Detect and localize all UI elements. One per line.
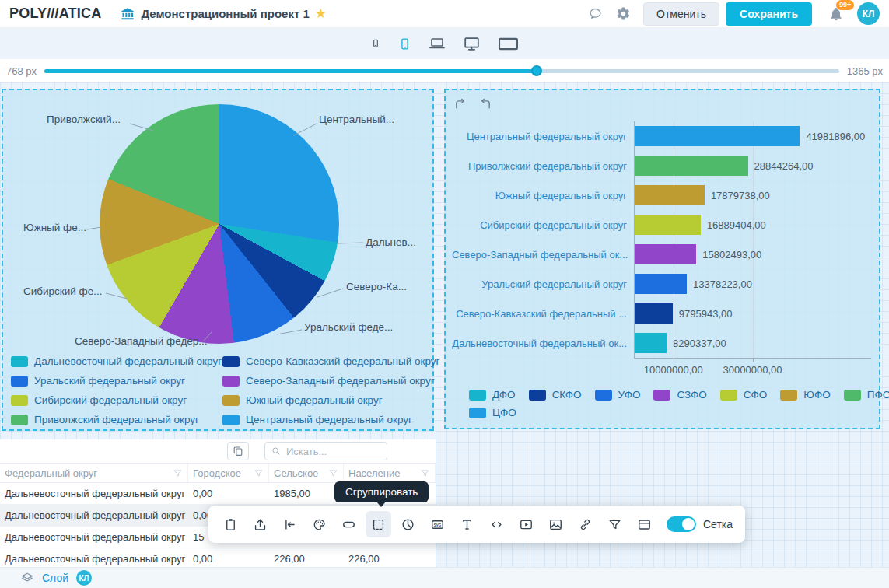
rotate-left-button[interactable] xyxy=(453,98,469,114)
legend-swatch xyxy=(595,390,612,401)
filter-tool-button[interactable] xyxy=(602,511,628,537)
bar[interactable] xyxy=(634,185,705,205)
upload-tool-button[interactable] xyxy=(247,511,273,537)
legend-swatch xyxy=(844,390,861,401)
search-input[interactable] xyxy=(286,446,381,457)
code-tool-button[interactable] xyxy=(484,511,509,537)
bar-value-label: 13378223,00 xyxy=(693,278,752,290)
bar-row: Дальневосточный федеральный ок...8290337… xyxy=(452,328,871,358)
dashboard-canvas[interactable]: Центральный...Дальнев...Северо-Ка...Урал… xyxy=(0,82,889,567)
layer-label[interactable]: Слой xyxy=(42,572,68,584)
legend-swatch xyxy=(11,415,28,425)
x-tick-label: 30000000,00 xyxy=(723,364,782,376)
gauge-tool-button[interactable] xyxy=(395,511,421,537)
legend-item[interactable]: Приволжский федеральный округ xyxy=(11,414,222,425)
legend-item[interactable]: Дальневосточный федеральный округ xyxy=(11,355,222,367)
settings-button[interactable] xyxy=(612,3,634,25)
bar[interactable] xyxy=(634,303,673,324)
pie-chart[interactable] xyxy=(100,104,339,344)
bar-value-label: 41981896,00 xyxy=(806,131,865,142)
legend-swatch xyxy=(529,390,546,401)
pie-slice-label: Дальнев... xyxy=(366,236,416,248)
layers-icon[interactable] xyxy=(20,571,34,585)
table-toolbar xyxy=(0,439,436,463)
search-icon xyxy=(271,446,282,457)
device-desktop-button[interactable] xyxy=(460,32,484,56)
search-box[interactable] xyxy=(264,442,387,460)
bar-plot: 17879738,00 xyxy=(634,185,871,205)
bar[interactable] xyxy=(634,156,748,176)
table-widget[interactable]: Федеральный округГородскоеСельскоеНаселе… xyxy=(0,439,436,567)
table-cell: 0,00 xyxy=(188,553,269,565)
text-tool-button[interactable] xyxy=(454,511,480,537)
group-tooltip-text: Сгруппировать xyxy=(345,486,418,498)
legend-item[interactable]: УФО xyxy=(595,389,641,401)
device-laptop-button[interactable] xyxy=(425,32,449,55)
column-header[interactable]: Городское xyxy=(188,464,269,482)
bar[interactable] xyxy=(634,215,701,235)
column-header[interactable]: Федеральный округ xyxy=(0,464,188,482)
rotate-right-button[interactable] xyxy=(477,98,492,114)
cancel-button[interactable]: Отменить xyxy=(643,2,719,26)
device-tv-button[interactable] xyxy=(495,30,522,58)
pie-chart-widget[interactable]: Центральный...Дальнев...Северо-Ка...Урал… xyxy=(2,89,434,431)
favorite-star-icon[interactable]: ★ xyxy=(315,7,327,20)
legend-item[interactable]: ПФО xyxy=(844,389,889,401)
legend-swatch xyxy=(222,356,240,367)
legend-swatch xyxy=(653,390,670,401)
column-header[interactable]: Сельское xyxy=(269,464,344,482)
column-filter-icon[interactable] xyxy=(328,468,338,478)
avatar[interactable]: КЛ xyxy=(857,2,880,25)
bar[interactable] xyxy=(634,333,667,353)
image-tool-button[interactable] xyxy=(543,511,569,537)
table-row[interactable]: Дальневосточный федеральный округ0,00226… xyxy=(0,548,436,567)
legend-item[interactable]: ЦФО xyxy=(469,407,516,418)
legend-item[interactable]: Центральный федеральный округ xyxy=(222,414,439,425)
column-filter-icon[interactable] xyxy=(254,468,264,478)
clipboard-tool-button[interactable] xyxy=(218,511,243,537)
legend-item[interactable]: Сибирский федеральный округ xyxy=(11,394,222,406)
video-tool-button[interactable] xyxy=(513,511,539,537)
palette-tool-button[interactable] xyxy=(306,511,332,537)
legend-item[interactable]: ЮФО xyxy=(780,389,830,401)
legend-item[interactable]: Северо-Кавказский федеральный округ xyxy=(222,355,439,367)
bar-chart-widget[interactable]: Центральный федеральный округ41981896,00… xyxy=(444,89,880,429)
legend-item[interactable]: Северо-Западный федеральный округ xyxy=(222,375,439,387)
bar[interactable] xyxy=(634,274,687,294)
column-filter-icon[interactable] xyxy=(420,468,430,478)
svg-tool-button[interactable]: SVG xyxy=(425,511,450,537)
min-width-label: 768 px xyxy=(6,65,37,77)
bar-category-label: Северо-Западный федеральный ок... xyxy=(452,249,634,261)
legend-item[interactable]: СЗФО xyxy=(653,389,706,401)
width-slider[interactable] xyxy=(44,69,839,73)
bar-category-label: Центральный федеральный округ xyxy=(452,131,634,142)
notifications-button[interactable]: 99+ xyxy=(824,3,848,25)
comments-button[interactable] xyxy=(584,3,606,25)
link-tool-button[interactable] xyxy=(572,511,598,537)
legend-item[interactable]: Южный федеральный округ xyxy=(222,394,439,406)
legend-item[interactable]: ДФО xyxy=(469,389,516,401)
project-bank-icon xyxy=(120,6,135,22)
card-tool-button[interactable] xyxy=(632,511,657,537)
device-phone-small-button[interactable] xyxy=(367,35,384,52)
legend-item[interactable]: Уральский федеральный округ xyxy=(11,375,222,387)
table-cell: Дальневосточный федеральный округ xyxy=(0,553,188,565)
button-tool-button[interactable] xyxy=(336,511,362,537)
duplicate-button[interactable] xyxy=(227,442,249,460)
collapse-left-tool-button[interactable] xyxy=(277,511,303,537)
max-width-label: 1365 px xyxy=(847,65,883,77)
save-button[interactable]: Сохранить xyxy=(726,2,812,26)
bar[interactable] xyxy=(634,244,696,264)
slider-handle[interactable] xyxy=(531,65,542,76)
device-phone-button[interactable] xyxy=(395,34,415,54)
column-filter-icon[interactable] xyxy=(173,468,183,478)
legend-item[interactable]: СКФО xyxy=(529,389,582,401)
legend-swatch xyxy=(11,376,28,387)
grid-toggle[interactable] xyxy=(667,516,696,532)
bar-row: Приволжский федеральный округ28844264,00 xyxy=(452,151,871,180)
bar[interactable] xyxy=(634,126,800,146)
column-header[interactable]: Население xyxy=(344,464,436,482)
rotate-left-icon xyxy=(453,98,469,114)
selection-tool-button[interactable] xyxy=(366,511,391,537)
legend-item[interactable]: СФО xyxy=(720,389,768,401)
